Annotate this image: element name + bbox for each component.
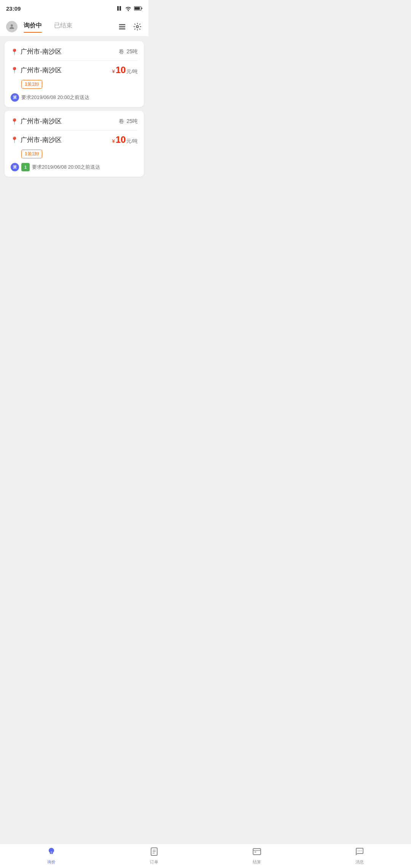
origin-city-1: 广州市-南沙区 [21, 47, 62, 56]
deadline-text-1: 要求2019/06/08 20:00之前送达 [21, 94, 89, 101]
price-unit-1: 元/吨 [126, 68, 138, 75]
status-bar: 23:09 [0, 0, 148, 17]
dest-left-1: 📍 广州市-南沙区 [11, 66, 62, 75]
cargo-unit-2: 卷 [119, 118, 124, 125]
top-nav: 询价中 已结束 [0, 17, 148, 37]
settings-icon[interactable] [132, 22, 142, 32]
cargo-weight-2: 25吨 [126, 118, 138, 125]
load-tag-2: 1装1卸 [21, 150, 42, 158]
svg-rect-0 [117, 6, 119, 11]
price-value-2: 10 [116, 134, 126, 145]
dest-left-2: 📍 广州市-南沙区 [11, 136, 62, 144]
price-value-1: 10 [116, 65, 126, 75]
status-time: 23:09 [6, 5, 21, 12]
card-2[interactable]: 📍 广州市-南沙区 卷 25吨 📍 广州市-南沙区 ¥ 10 元/吨 1装1卸 [5, 111, 144, 177]
svg-rect-7 [119, 28, 126, 29]
dest-loc-icon-1: 📍 [11, 67, 18, 73]
status-icons [116, 5, 142, 11]
origin-loc-icon-2: 📍 [11, 118, 18, 125]
tab-inquiry[interactable]: 询价中 [24, 22, 42, 31]
origin-city-2: 广州市-南沙区 [21, 117, 62, 126]
dest-row-2: 📍 广州市-南沙区 ¥ 10 元/吨 [11, 134, 138, 145]
svg-point-8 [136, 26, 139, 28]
cards-area: 📍 广州市-南沙区 卷 25吨 📍 广州市-南沙区 ¥ 10 元/吨 1装1卸 [0, 37, 148, 181]
card-divider-1 [11, 61, 138, 61]
play-icon [116, 5, 123, 11]
dest-row-1: 📍 广州市-南沙区 ¥ 10 元/吨 [11, 65, 138, 75]
dispatch-icon-2: 派 [11, 163, 19, 171]
dest-city-2: 广州市-南沙区 [21, 136, 62, 144]
price-currency-1: ¥ [112, 69, 115, 74]
card-footer-2: 派 1 要求2019/06/08 20:00之前送达 [11, 163, 138, 171]
origin-right-2: 卷 25吨 [119, 118, 138, 125]
cargo-unit-1: 卷 [119, 48, 124, 55]
nav-tabs: 询价中 已结束 [24, 22, 117, 31]
svg-rect-3 [135, 7, 140, 10]
deadline-text-2: 要求2019/06/08 20:00之前送达 [32, 164, 100, 171]
nav-right-icons [117, 22, 142, 32]
origin-left-2: 📍 广州市-南沙区 [11, 117, 62, 126]
price-row-2: ¥ 10 元/吨 [112, 134, 138, 145]
user-avatar[interactable] [6, 21, 18, 32]
dispatch-icon-1: 派 [11, 93, 19, 102]
tag-row-1: 1装1卸 [21, 80, 138, 89]
wifi-icon [125, 6, 132, 11]
tab-ended[interactable]: 已结束 [54, 22, 72, 31]
card-divider-2 [11, 130, 138, 131]
load-tag-1: 1装1卸 [21, 80, 42, 89]
badge-count-icon-2: 1 [21, 163, 30, 171]
price-row-1: ¥ 10 元/吨 [112, 65, 138, 75]
origin-row-2: 📍 广州市-南沙区 卷 25吨 [11, 117, 138, 126]
dest-city-1: 广州市-南沙区 [21, 66, 62, 75]
svg-point-4 [11, 24, 13, 27]
battery-icon [134, 6, 142, 11]
origin-row-1: 📍 广州市-南沙区 卷 25吨 [11, 47, 138, 56]
cargo-weight-1: 25吨 [126, 48, 138, 55]
dest-loc-icon-2: 📍 [11, 136, 18, 143]
tag-row-2: 1装1卸 [21, 150, 138, 158]
layers-icon[interactable] [117, 22, 127, 32]
price-currency-2: ¥ [112, 138, 115, 144]
price-unit-2: 元/吨 [126, 138, 138, 145]
svg-rect-5 [119, 24, 126, 25]
origin-left-1: 📍 广州市-南沙区 [11, 47, 62, 56]
card-footer-1: 派 要求2019/06/08 20:00之前送达 [11, 93, 138, 102]
svg-rect-6 [119, 26, 126, 27]
origin-right-1: 卷 25吨 [119, 48, 138, 55]
origin-loc-icon-1: 📍 [11, 48, 18, 55]
svg-rect-1 [119, 6, 121, 11]
card-1[interactable]: 📍 广州市-南沙区 卷 25吨 📍 广州市-南沙区 ¥ 10 元/吨 1装1卸 [5, 41, 144, 107]
